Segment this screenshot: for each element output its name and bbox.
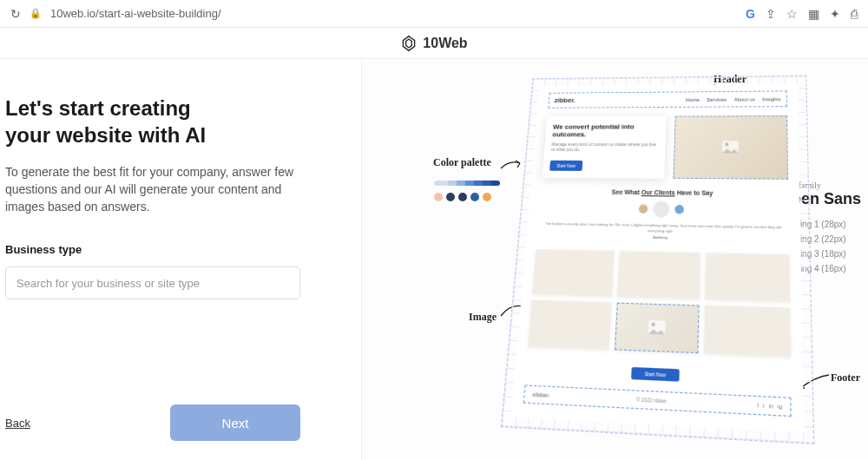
mockup-footer: zibber. © 2022 zibber ftinig — [523, 384, 792, 417]
back-button[interactable]: Back — [5, 417, 30, 430]
cast-icon[interactable]: ⎙ — [851, 7, 858, 21]
annotation-palette: Color palette — [433, 156, 491, 169]
arrow-palette — [499, 158, 522, 174]
mockup-gallery — [528, 249, 791, 357]
mockup-hero-image — [673, 115, 788, 180]
main-content: Let's start creating your website with A… — [0, 59, 868, 460]
mockup-nav: HomeServicesAbout usInsights — [686, 96, 781, 102]
business-type-input[interactable] — [5, 266, 300, 299]
brand-name: 10Web — [423, 36, 467, 51]
website-mockup: zibber. HomeServicesAbout usInsights We … — [511, 83, 805, 432]
logo-icon — [400, 35, 418, 52]
lock-icon: 🔒 — [30, 8, 42, 19]
browser-extensions: G ⇪ ☆ ▦ ✦ ⎙ — [746, 7, 858, 21]
mockup-logo: zibber. — [554, 96, 575, 104]
left-panel: Let's start creating your website with A… — [0, 59, 362, 460]
refresh-icon[interactable]: ↻ — [10, 7, 21, 21]
color-palette — [434, 181, 500, 201]
app-header: 10Web — [0, 28, 868, 59]
mockup-hero-button: Start Now — [549, 161, 582, 171]
google-icon[interactable]: G — [746, 7, 755, 21]
right-panel: Header Color palette Image Footer Font-f… — [362, 59, 868, 460]
share-icon[interactable]: ⇪ — [766, 7, 776, 21]
business-type-label: Business type — [5, 243, 349, 256]
image-placeholder-icon — [722, 141, 739, 153]
star-icon[interactable]: ☆ — [786, 7, 798, 21]
annotation-image: Image — [469, 311, 496, 324]
mockup-hero-text: We convert potential into outcomes. Mana… — [542, 116, 667, 179]
mockup-header: zibber. HomeServicesAbout usInsights — [548, 90, 787, 108]
mockup-cta: Start Now — [526, 357, 792, 387]
browser-bar: ↻ 🔒 10web.io/start-ai-website-building/ … — [0, 0, 868, 28]
page-description: To generate the best fit for your compan… — [5, 164, 318, 215]
url-text[interactable]: 10web.io/start-ai-website-building/ — [50, 7, 737, 20]
puzzle-icon[interactable]: ✦ — [830, 7, 840, 21]
annotation-footer: Footer — [831, 371, 860, 384]
next-button[interactable]: Next — [170, 404, 300, 441]
extension-icon[interactable]: ▦ — [808, 7, 819, 21]
image-placeholder-icon — [648, 320, 666, 335]
page-title: Let's start creating your website with A… — [5, 95, 349, 148]
mockup-testimonial: See What Our Clients Have to Say The bui… — [537, 188, 789, 243]
